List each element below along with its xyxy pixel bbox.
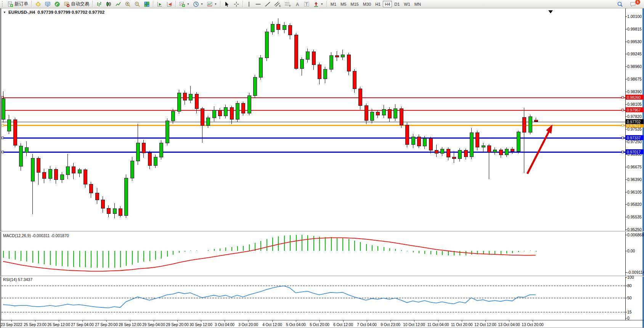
date-axis[interactable]: 23 Sep 202225 Sep 23:0026 Sep 12:0027 Se… — [1, 320, 544, 327]
svg-text:27 Sep 04:00: 27 Sep 04:00 — [71, 323, 94, 327]
tile-windows-icon — [144, 1, 150, 7]
toolbar-grip[interactable] — [2, 1, 4, 7]
notifications-button[interactable]: 1 — [628, 0, 638, 8]
svg-text:0.97820: 0.97820 — [627, 114, 642, 119]
auto-scroll-button[interactable] — [155, 0, 164, 8]
indicators-button[interactable]: ▼ — [178, 0, 191, 8]
templates-button[interactable]: ▼ — [205, 0, 218, 8]
svg-text:0.98260: 0.98260 — [627, 95, 641, 100]
periods-icon — [193, 1, 199, 7]
trendline-button[interactable] — [263, 0, 272, 8]
chart-window: ▼ EURUSD-,H4 0.97739 0.97799 0.97702 0.9… — [0, 8, 644, 328]
svg-text:A: A — [296, 2, 299, 7]
text-button[interactable]: A — [293, 0, 302, 8]
svg-text:-0.009114: -0.009114 — [627, 270, 644, 275]
svg-text:23 Sep 2022: 23 Sep 2022 — [1, 323, 22, 327]
crosshair-button[interactable] — [232, 0, 241, 8]
collapse-triangle-icon[interactable]: ▼ — [3, 11, 6, 14]
svg-text:0.98390: 0.98390 — [627, 89, 642, 94]
arrow-objects-button[interactable]: ▼ — [312, 0, 325, 8]
svg-text:27 Sep 20:00: 27 Sep 20:00 — [95, 323, 118, 327]
svg-text:0.98960: 0.98960 — [627, 64, 642, 69]
zoom-out-button[interactable] — [133, 0, 142, 8]
tile-windows-button[interactable] — [142, 0, 151, 8]
crosshair-icon — [233, 1, 239, 7]
timeframe-mn-button[interactable]: MN — [413, 1, 423, 7]
vertical-line-icon — [246, 1, 252, 7]
toolbar-separator — [175, 1, 176, 7]
svg-text:0: 0 — [627, 316, 630, 320]
line-chart-button[interactable] — [114, 0, 123, 8]
timeframe-h1-button[interactable]: H1 — [373, 1, 382, 7]
terminal-icon — [45, 1, 51, 7]
svg-text:0.95820: 0.95820 — [627, 202, 642, 207]
bar-chart-button[interactable] — [95, 0, 104, 8]
chart-shift-button[interactable] — [165, 0, 174, 8]
svg-text:50: 50 — [627, 296, 632, 300]
macd-axis[interactable]: 0.0068680.00-0.009114 — [625, 233, 644, 275]
fibonacci-button[interactable]: F — [283, 0, 293, 8]
candlestick-chart-button[interactable] — [104, 0, 113, 8]
svg-text:0.95250: 0.95250 — [627, 227, 642, 232]
svg-text:100: 100 — [627, 275, 634, 280]
timeframe-m15-button[interactable]: M15 — [348, 1, 360, 7]
zoom-in-button[interactable] — [123, 0, 132, 8]
timeframe-m30-button[interactable]: M30 — [361, 1, 373, 7]
svg-text:28 Sep 12:00: 28 Sep 12:00 — [119, 323, 141, 327]
toolbar-separator — [220, 1, 221, 7]
search-icon — [617, 1, 623, 7]
cursor-icon — [224, 1, 230, 7]
auto-scroll-icon — [157, 1, 163, 7]
svg-text:0.99815: 0.99815 — [627, 27, 642, 31]
svg-text:26 Sep 12:00: 26 Sep 12:00 — [47, 323, 70, 327]
svg-text:5 Oct 20:00: 5 Oct 20:00 — [310, 323, 329, 327]
zoom-out-icon — [134, 1, 140, 7]
terminal-button[interactable] — [43, 0, 52, 8]
search-button[interactable] — [615, 0, 625, 8]
text-label-icon: T — [304, 1, 310, 7]
candlestick-chart-icon — [106, 1, 112, 7]
trendline-icon — [265, 1, 271, 7]
rsi-axis[interactable]: 1008050150 — [625, 275, 634, 320]
svg-text:13 Oct 20:00: 13 Oct 20:00 — [522, 323, 544, 327]
timeframe-m5-button[interactable]: M5 — [339, 1, 348, 7]
new-order-label: 新订单 — [14, 1, 28, 7]
equidistant-channel-button[interactable]: E — [273, 0, 283, 8]
rsi-line — [3, 286, 536, 308]
svg-text:0.97702: 0.97702 — [627, 120, 641, 124]
svg-text:11 Oct 20:00: 11 Oct 20:00 — [451, 323, 473, 327]
vertical-line-button[interactable] — [245, 0, 253, 8]
rsi-guide-lines — [2, 286, 625, 312]
market-watch-button[interactable] — [34, 0, 43, 8]
toolbar-separator — [92, 1, 93, 7]
timeframe-w1-button[interactable]: W1 — [402, 1, 412, 7]
chart-title: ▼ EURUSD-,H4 0.97739 0.97799 0.97702 0.9… — [3, 10, 104, 15]
chart-shift-marker[interactable] — [548, 10, 553, 13]
timeframe-m1-button[interactable]: M1 — [329, 1, 338, 7]
svg-text:0.96675: 0.96675 — [627, 165, 642, 169]
svg-text:11 Oct 04:00: 11 Oct 04:00 — [427, 323, 449, 327]
candlesticks[interactable] — [2, 18, 538, 219]
chart-canvas[interactable]: 1.001000.998150.995300.992450.989600.986… — [0, 8, 644, 328]
svg-text:0.98105: 0.98105 — [627, 102, 642, 107]
chart-shift-icon — [166, 1, 172, 7]
svg-text:0.00: 0.00 — [627, 249, 635, 253]
horizontal-line-button[interactable] — [254, 0, 263, 8]
periods-button[interactable]: ▼ — [191, 0, 205, 8]
cursor-button[interactable] — [222, 0, 231, 8]
timeframe-h4-button[interactable]: H4 — [383, 1, 392, 7]
svg-text:0.006868: 0.006868 — [627, 233, 644, 237]
svg-text:3 Oct 04:00: 3 Oct 04:00 — [215, 323, 234, 327]
svg-text:13 Oct 04:00: 13 Oct 04:00 — [498, 323, 520, 327]
autotrading-button[interactable]: 自动交易 — [62, 0, 91, 8]
fibonacci-retracement-icon: F — [284, 1, 291, 7]
svg-text:15: 15 — [627, 310, 632, 314]
new-order-icon — [7, 1, 13, 7]
main-toolbar: 新订单 自动交易 ▼ ▼ — [0, 0, 644, 8]
timeframe-d1-button[interactable]: D1 — [392, 1, 401, 7]
chevron-down-icon: ▼ — [321, 3, 323, 5]
svg-text:0.95535: 0.95535 — [627, 215, 642, 219]
signals-button[interactable] — [53, 0, 62, 8]
new-order-button[interactable]: 新订单 — [6, 0, 30, 8]
text-label-button[interactable]: T — [302, 0, 311, 8]
